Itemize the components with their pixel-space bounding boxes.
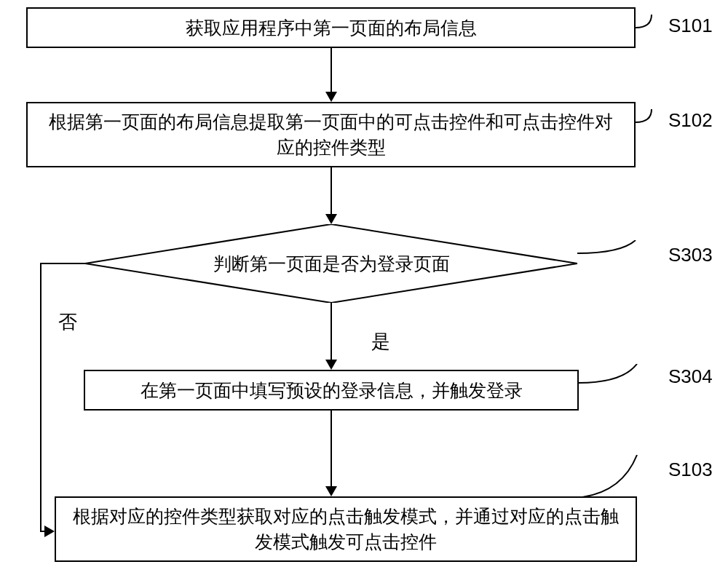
leader-s103 — [582, 455, 652, 499]
step-s103-label: S103 — [668, 459, 713, 481]
step-s101-text: 获取应用程序中第一页面的布局信息 — [186, 15, 477, 41]
step-s103-text: 根据对应的控件类型获取对应的点击触发模式，并通过对应的点击触发模式触发可点击控件 — [71, 504, 621, 555]
arrow-s304-s103 — [331, 411, 332, 488]
step-s304-label: S304 — [668, 365, 713, 388]
decision-s303-text: 判断第一页面是否为登录页面 — [85, 252, 577, 276]
step-s304-box: 在第一页面中填写预设的登录信息，并触发登录 — [84, 370, 579, 411]
step-s102-label: S102 — [668, 109, 713, 132]
step-s101-box: 获取应用程序中第一页面的布局信息 — [26, 7, 636, 48]
arrow-s101-s102 — [331, 48, 332, 93]
step-s102-text: 根据第一页面的布局信息提取第一页面中的可点击控件和可点击控件对应的控件类型 — [42, 109, 620, 160]
arrowhead-yes — [325, 360, 337, 370]
leader-s304 — [579, 364, 652, 393]
step-s103-box: 根据对应的控件类型获取对应的点击触发模式，并通过对应的点击触发模式触发可点击控件 — [55, 496, 637, 562]
leader-s101 — [636, 15, 666, 44]
leader-s102 — [636, 109, 666, 138]
leader-s303 — [577, 240, 650, 269]
decision-s303: 判断第一页面是否为登录页面 — [85, 224, 577, 303]
step-s102-box: 根据第一页面的布局信息提取第一页面中的可点击控件和可点击控件对应的控件类型 — [26, 102, 636, 167]
branch-yes-label: 是 — [371, 329, 390, 354]
arrowhead-s304-s103 — [325, 486, 337, 496]
branch-no-label: 否 — [58, 309, 77, 335]
step-s101-label: S101 — [668, 15, 713, 37]
step-s304-text: 在第一页面中填写预设的登录信息，并触发登录 — [141, 378, 523, 403]
step-s303-label: S303 — [668, 244, 713, 266]
arrowhead-s102-s303 — [325, 214, 337, 224]
arrowhead-no — [44, 526, 55, 537]
arrow-no-vert — [40, 263, 41, 532]
arrow-yes — [331, 303, 332, 361]
arrow-no-horiz — [40, 263, 85, 264]
arrow-s102-s303 — [331, 167, 332, 215]
arrowhead-s101-s102 — [325, 92, 337, 102]
